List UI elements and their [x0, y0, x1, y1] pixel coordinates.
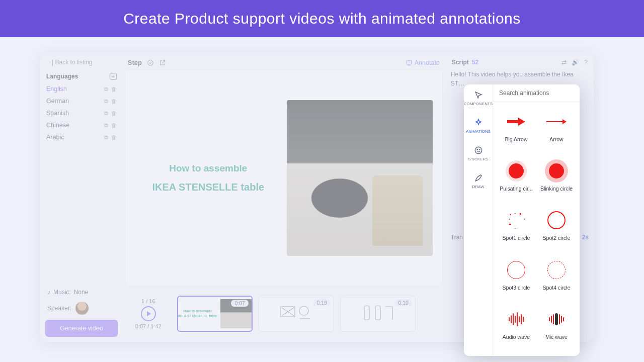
svg-point-10 [479, 149, 480, 150]
canvas-image [287, 100, 433, 256]
timeline-thumb-more[interactable] [422, 296, 442, 332]
anim-spot4-circle[interactable]: Spot4 circle [537, 255, 576, 302]
copy-icon[interactable]: ⧉ [104, 98, 108, 105]
annotate-label: Annotate [415, 59, 440, 66]
animations-panel: COMPONENTS ANIMATIONS STICKERS DRAW Big … [464, 84, 580, 356]
svg-point-8 [475, 147, 482, 154]
time-display: 0:07 / 1:42 [126, 323, 171, 329]
cursor-icon [474, 90, 483, 100]
anim-pulsating-circle[interactable]: Pulsating cir... [497, 156, 535, 203]
anim-spot1-circle[interactable]: Spot1 circle [497, 206, 535, 252]
spot3-circle-icon [507, 261, 525, 279]
speaker-avatar[interactable] [75, 302, 89, 315]
annotate-icon [406, 59, 413, 66]
thumb-time-badge: 0:07 [231, 300, 248, 307]
spot1-circle-icon [508, 212, 525, 229]
language-item-arabic[interactable]: Arabic ⧉🗑 [45, 131, 118, 143]
check-circle-icon[interactable] [147, 59, 154, 66]
anim-label: Spot2 circle [543, 235, 571, 241]
music-label: Music: [53, 289, 71, 296]
timeline-thumb-2[interactable]: 0:19 [259, 296, 334, 332]
promo-banner: Create Product support videos with anima… [0, 0, 644, 37]
animations-tab-rail: COMPONENTS ANIMATIONS STICKERS DRAW [464, 84, 493, 356]
tab-components[interactable]: COMPONENTS [464, 84, 493, 112]
canvas-preview[interactable]: How to assemble IKEA STENSELLE table [126, 70, 442, 286]
anim-label: Arrow [549, 136, 563, 142]
thumb-time-badge: 0:19 [313, 299, 330, 306]
canvas-title-line1: How to assemble [135, 159, 282, 177]
language-label: Chinese [46, 122, 69, 129]
anim-label: Spot3 circle [503, 285, 530, 291]
language-label: Spanish [46, 110, 69, 117]
add-language-button[interactable]: + [110, 73, 117, 80]
music-icon: ♪ [47, 289, 50, 296]
music-value: None [74, 289, 89, 296]
copy-icon[interactable]: ⧉ [104, 86, 108, 93]
script-word-count: 52 [472, 59, 478, 66]
thumb-illustration [360, 304, 395, 324]
anim-label: Audio wave [503, 334, 530, 340]
animations-grid: Big Arrow Arrow Pulsating cir... Blinkin… [493, 102, 580, 356]
anim-arrow[interactable]: Arrow [537, 107, 576, 153]
anim-label: Big Arrow [505, 136, 528, 142]
language-item-german[interactable]: German ⧉🗑 [45, 95, 118, 107]
timeline-thumb-3[interactable]: 0:10 [340, 296, 416, 332]
anim-big-arrow[interactable]: Big Arrow [497, 107, 535, 153]
pen-icon [474, 173, 483, 183]
canvas-title-line2: IKEA STENSELLE table [135, 177, 282, 197]
timeline: 1 / 16 0:07 / 1:42 0:07 How to assembleI… [126, 291, 442, 337]
sound-icon[interactable]: 🔊 [572, 59, 579, 66]
tab-label: COMPONENTS [464, 102, 493, 106]
play-button[interactable] [141, 306, 156, 321]
svg-rect-6 [364, 306, 369, 320]
svg-rect-1 [407, 60, 411, 64]
tab-draw[interactable]: DRAW [464, 167, 493, 195]
svg-point-0 [148, 60, 153, 65]
delete-icon[interactable]: 🗑 [111, 86, 117, 93]
timeline-thumb-1[interactable]: 0:07 How to assembleIKEA STENSELLE table [177, 296, 253, 332]
anim-blinking-circle[interactable]: Blinking circle [537, 156, 576, 203]
mic-wave-icon [549, 313, 564, 325]
delete-icon[interactable]: 🗑 [111, 98, 117, 105]
spot4-circle-icon [547, 261, 566, 279]
language-item-chinese[interactable]: Chinese ⧉🗑 [45, 119, 118, 131]
smile-icon [474, 146, 483, 155]
anim-audio-wave[interactable]: Audio wave [497, 305, 535, 351]
speaker-row[interactable]: Speaker: [45, 300, 118, 320]
transition-duration-value[interactable]: 2s [582, 234, 589, 241]
language-item-english[interactable]: English ⧉🗑 [45, 83, 118, 95]
anim-spot3-circle[interactable]: Spot3 circle [497, 255, 535, 302]
copy-icon[interactable]: ⧉ [104, 110, 108, 117]
open-external-icon[interactable] [159, 59, 166, 66]
delete-icon[interactable]: 🗑 [111, 134, 117, 141]
copy-icon[interactable]: ⧉ [104, 134, 108, 141]
tab-stickers[interactable]: STICKERS [464, 140, 493, 167]
anim-label: Spot4 circle [543, 285, 571, 291]
help-icon[interactable]: ? [584, 59, 588, 66]
generate-video-button[interactable]: Generate video [45, 320, 118, 337]
tab-animations[interactable]: ANIMATIONS [464, 112, 493, 140]
anim-label: Spot1 circle [503, 235, 530, 241]
editor-main: Step Annotate How to assemble IKEA STENS… [123, 53, 449, 342]
annotate-button[interactable]: Annotate [406, 59, 440, 66]
copy-icon[interactable]: ⧉ [104, 122, 108, 129]
thumb-illustration [279, 304, 314, 324]
anim-mic-wave[interactable]: Mic wave [537, 305, 576, 351]
language-item-spanish[interactable]: Spanish ⧉🗑 [45, 107, 118, 119]
translate-icon[interactable]: ⇄ [561, 59, 567, 66]
languages-header: Languages [46, 73, 78, 80]
pulsating-circle-icon [509, 163, 524, 178]
back-to-listing-link[interactable]: +| Back to listing [45, 59, 118, 66]
delete-icon[interactable]: 🗑 [111, 110, 117, 117]
speaker-label: Speaker: [47, 305, 71, 312]
music-row[interactable]: ♪ Music: None [45, 285, 118, 300]
language-label: Arabic [46, 134, 64, 141]
anim-label: Blinking circle [540, 186, 573, 192]
animation-search-input[interactable] [493, 84, 580, 102]
tab-label: DRAW [472, 185, 484, 189]
step-counter: 1 / 16 [126, 298, 171, 304]
big-arrow-icon [505, 117, 527, 127]
sidebar: +| Back to listing Languages + English ⧉… [40, 53, 123, 342]
delete-icon[interactable]: 🗑 [111, 122, 117, 129]
anim-spot2-circle[interactable]: Spot2 circle [537, 206, 576, 252]
